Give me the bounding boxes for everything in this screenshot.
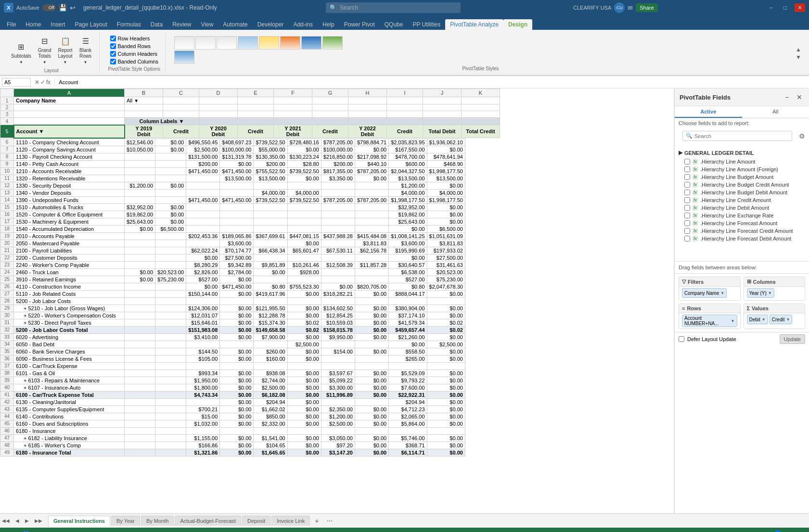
cell-d5[interactable]: Y 2020Debit <box>199 125 238 138</box>
cell-value[interactable]: $25,643.00 <box>389 218 427 225</box>
formula-input[interactable] <box>57 78 807 86</box>
cell-j2[interactable] <box>423 104 462 111</box>
cell-value[interactable]: $817,355.00 <box>321 167 355 175</box>
cell-value[interactable] <box>254 218 287 225</box>
cell-value[interactable]: $739,522.50 <box>287 167 321 175</box>
cell-value[interactable]: $12,031.07 <box>186 312 220 319</box>
cell-value[interactable] <box>125 442 155 449</box>
cell-value[interactable]: $415,484.08 <box>355 232 388 240</box>
cell-value[interactable]: $0.00 <box>287 175 321 182</box>
cell-account[interactable]: 1340 - Vendor Deposits <box>14 189 125 196</box>
col-header-d[interactable]: D <box>199 89 238 97</box>
cell-value[interactable]: $12,546.00 <box>125 139 155 146</box>
cell-value[interactable]: $0.00 <box>220 384 254 391</box>
cell-value[interactable] <box>321 189 355 196</box>
autosave-toggle[interactable]: Off <box>42 4 56 11</box>
cell-value[interactable]: $2,350.00 <box>321 405 355 413</box>
cell-g5[interactable]: Credit <box>312 125 348 138</box>
cell-value[interactable]: $0.00 <box>287 348 321 355</box>
cell-value[interactable] <box>155 175 186 182</box>
cell-value[interactable] <box>125 189 155 196</box>
cell-value[interactable]: $5,864.00 <box>389 420 427 427</box>
cell-k5[interactable]: Total Credit <box>462 125 500 138</box>
col-header-h[interactable]: H <box>348 89 387 97</box>
view-layout-btn[interactable]: ⊟ <box>727 531 732 532</box>
cell-value[interactable]: $6,182.08 <box>254 391 287 398</box>
cell-d2[interactable] <box>199 104 238 111</box>
cell-value[interactable]: $2,035,823.95 <box>389 139 427 146</box>
cell-value[interactable]: $787,205.00 <box>355 196 388 203</box>
cell-value[interactable]: $0.00 <box>427 348 465 355</box>
cell-b3[interactable] <box>125 111 163 118</box>
tab-pp-utilities[interactable]: PP Utilities <box>408 19 445 30</box>
cell-value[interactable] <box>125 333 155 341</box>
cell-value[interactable]: $27,500.00 <box>220 254 254 261</box>
chip-dropdown[interactable]: ▼ <box>762 317 766 322</box>
cell-value[interactable]: $32,952.00 <box>125 203 155 211</box>
ribbon-collapse-btn[interactable]: ▲ <box>796 46 801 53</box>
cell-value[interactable] <box>427 362 465 369</box>
chip-dropdown[interactable]: ▼ <box>731 319 735 323</box>
cell-value[interactable]: $200.00 <box>186 160 220 167</box>
cell-value[interactable]: $3,410.00 <box>186 333 220 341</box>
cell-value[interactable]: $124,306.00 <box>186 304 220 312</box>
cell-h2[interactable] <box>348 104 387 111</box>
cell-value[interactable]: $62,022.24 <box>186 247 220 254</box>
cell-value[interactable] <box>186 175 220 182</box>
cell-value[interactable]: $0.00 <box>427 398 465 405</box>
pivot-field-checkbox[interactable] <box>684 228 690 234</box>
tab-home[interactable]: Home <box>21 19 46 30</box>
cell-value[interactable] <box>355 276 388 283</box>
sheet-scroll[interactable]: A B C D E F G H I J K <box>0 89 674 513</box>
cell-value[interactable]: $496,550.45 <box>186 139 220 146</box>
cell-value[interactable]: $130,223.24 <box>287 153 321 160</box>
tab-nav-left[interactable]: ◀ <box>13 517 21 524</box>
cell-value[interactable] <box>321 398 355 405</box>
cell-d1[interactable] <box>199 97 238 104</box>
cell-value[interactable]: $13,500.00 <box>220 175 254 182</box>
cell-value[interactable]: $11,996.89 <box>321 391 355 398</box>
cell-account[interactable]: 1120 - Company Savings Account <box>14 146 125 153</box>
cell-value[interactable]: $195,990.69 <box>389 247 427 254</box>
cell-value[interactable]: $204.94 <box>254 398 287 405</box>
cell-value[interactable]: $4,712.23 <box>389 405 427 413</box>
cell-value[interactable] <box>186 203 220 211</box>
cell-value[interactable]: $19,862.00 <box>125 211 155 218</box>
cell-value[interactable]: $1,800.00 <box>186 384 220 391</box>
cell-value[interactable] <box>155 442 186 449</box>
cell-value[interactable]: $0.00 <box>220 333 254 341</box>
cell-value[interactable] <box>125 420 155 427</box>
cell-value[interactable] <box>220 225 254 232</box>
cell-value[interactable]: $0.00 <box>287 398 321 405</box>
pivot-field-budget-amount[interactable]: fx .Hierarchy Line Budget Amount <box>675 173 809 181</box>
cell-value[interactable]: $12,508.39 <box>321 261 355 268</box>
cell-value[interactable]: $97.20 <box>321 442 355 449</box>
cell-value[interactable] <box>125 398 155 405</box>
pivot-field-budget-credit[interactable]: fx .Hierarchy Line Budget Credit Amount <box>675 181 809 189</box>
cell-value[interactable]: $0.00 <box>355 290 388 297</box>
cell-value[interactable] <box>287 297 321 304</box>
cell-value[interactable]: $13,500.00 <box>389 175 427 182</box>
cell-value[interactable]: $11,857.28 <box>355 261 388 268</box>
pivot-field-checkbox[interactable] <box>684 190 690 195</box>
col-header-j[interactable]: J <box>423 89 462 97</box>
cell-g2[interactable] <box>312 104 348 111</box>
cell-a4[interactable] <box>14 118 125 125</box>
cell-value[interactable] <box>125 196 155 203</box>
cell-value[interactable]: $0.00 <box>427 211 465 218</box>
cell-k4[interactable] <box>462 118 500 125</box>
banded-columns-checkbox[interactable] <box>110 59 116 64</box>
cell-value[interactable]: $471,450.00 <box>220 283 254 290</box>
cell-f5[interactable]: Y 2021Debit <box>274 125 312 138</box>
cell-value[interactable]: $0.00 <box>287 420 321 427</box>
cell-value[interactable]: $2,044,327.50 <box>389 167 427 175</box>
cell-value[interactable] <box>125 232 155 240</box>
tab-nav-left-left[interactable]: ◀◀ <box>0 517 12 524</box>
cell-value[interactable] <box>155 312 186 319</box>
cell-value[interactable]: $2,065.00 <box>389 413 427 420</box>
cell-i2[interactable] <box>387 104 423 111</box>
cell-i3[interactable] <box>387 111 423 118</box>
cell-value[interactable] <box>321 182 355 189</box>
tab-qqube[interactable]: QQube <box>380 19 408 30</box>
cell-value[interactable]: $10,559.03 <box>321 319 355 326</box>
